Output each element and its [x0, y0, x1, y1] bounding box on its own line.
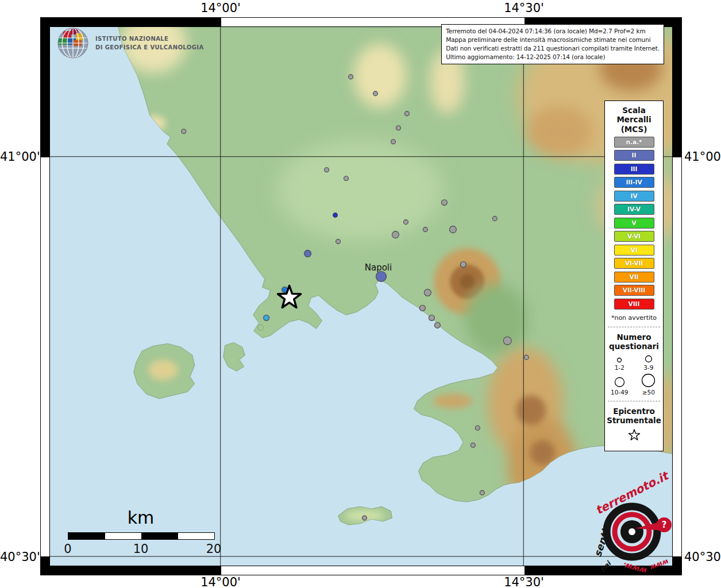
- scale-bar-segment: [142, 533, 179, 539]
- hsit-question-mark: ?: [662, 520, 667, 530]
- intensity-point: [424, 289, 431, 296]
- questionnaire-size: 1-2: [605, 354, 634, 371]
- earthquake-info-box: Terremoto del 04-04-2024 07:14:36 (ora l…: [441, 24, 664, 64]
- questionnaire-size-circle-icon: [614, 376, 626, 388]
- legend-swatch: V: [614, 218, 654, 229]
- intensity-point: [362, 516, 367, 520]
- legend-swatch: IV-V: [614, 204, 654, 215]
- legend-swatch: VI-VII: [614, 258, 654, 269]
- legend-swatch: n.a.*: [614, 137, 654, 148]
- hsit-logo: ? terremoto.it sentito hai www. www: [591, 487, 678, 577]
- lat-label-left-north: 41°00': [0, 150, 38, 164]
- questionnaire-size: 10-49: [605, 373, 634, 396]
- frame-segment: [41, 566, 221, 575]
- map-scale-bar: km 01020: [62, 508, 223, 558]
- lon-label-bottom-east: 14°30': [504, 575, 544, 588]
- ingv-logo-block: ISTITUTO NAZIONALE DI GEOFISICA E VULCAN…: [56, 26, 204, 60]
- ingv-globe-icon: [56, 26, 90, 60]
- questionnaire-size-label: ≥50: [642, 389, 655, 396]
- lat-label-right-north: 41°00': [684, 150, 721, 164]
- intensity-point: [396, 126, 400, 130]
- intensity-point: [423, 227, 427, 232]
- intensity-point: [325, 168, 329, 172]
- intensity-point: [441, 200, 447, 206]
- intensity-point: [333, 213, 338, 218]
- intensity-point: [391, 140, 395, 144]
- intensity-point: [344, 176, 349, 181]
- legend-swatch: VI: [614, 245, 654, 256]
- lat-label-right-south: 40°30': [684, 550, 721, 564]
- legend-title-line1: Scala: [605, 106, 663, 115]
- intensity-point: [376, 272, 386, 282]
- scale-bar-segment: [68, 533, 105, 539]
- frame-segment: [673, 18, 681, 157]
- ingv-name-line1: ISTITUTO NAZIONALE: [95, 34, 204, 44]
- intensity-point: [264, 315, 269, 320]
- epicenter-title-line2: Strumentale: [605, 416, 663, 425]
- intensity-point: [403, 220, 408, 225]
- questionnaires-title-line1: Numero: [605, 332, 663, 342]
- macroseismic-map-page: 14°00' 14°30' 14°00' 14°30' 41°00' 40°30…: [0, 0, 721, 588]
- legend-swatch: VII-VIII: [614, 285, 654, 296]
- questionnaire-size-label: 3-9: [643, 364, 653, 371]
- questionnaire-size-circle-icon: [644, 354, 653, 363]
- questionnaire-size: ≥50: [634, 373, 664, 396]
- intensity-point: [349, 75, 353, 79]
- map-canvas: Napoli: [50, 27, 672, 566]
- legend-swatch: III-IV: [614, 177, 654, 188]
- legend-panel: Scala Mercalli (MCS) n.a.*IIIIIIII-IVIVI…: [604, 100, 664, 451]
- info-line-updated: Ultimo aggiornamento: 14-12-2025 07:14 (…: [446, 53, 660, 61]
- map-area: Napoli: [49, 26, 673, 566]
- lon-label-bottom-west: 14°00': [201, 575, 241, 588]
- mcs-scale-swatches: n.a.*IIIIIIII-IVIVIV-VVV-VIVIVI-VIIVIIVI…: [605, 137, 663, 310]
- scalebar-tick-label: 0: [64, 542, 71, 556]
- intensity-point: [404, 111, 409, 116]
- intensity-point: [304, 250, 311, 257]
- intensity-point: [503, 336, 511, 345]
- intensity-point: [373, 91, 377, 96]
- questionnaire-size-circle-icon: [641, 373, 656, 388]
- legend-swatch: II: [614, 150, 654, 161]
- ingv-name-line2: DI GEOFISICA E VULCANOLOGIA: [95, 43, 204, 52]
- legend-swatch: VII: [614, 272, 654, 283]
- questionnaire-size-circle-icon: [616, 357, 623, 363]
- legend-swatch: V-VI: [614, 231, 654, 242]
- info-line-event: Terremoto del 04-04-2024 07:14:36 (ora l…: [446, 27, 660, 36]
- scale-bar-segment: [105, 533, 142, 539]
- epicenter-title-line1: Epicentro: [605, 407, 663, 416]
- intensity-point: [449, 226, 456, 233]
- lon-label-top-west: 14°00': [201, 1, 241, 15]
- legend-footnote: *non avvertito: [605, 314, 663, 322]
- scale-bar-segment: [178, 533, 214, 539]
- epicenter-title: Epicentro Strumentale: [605, 407, 663, 425]
- lat-label-left-south: 40°30': [0, 550, 38, 564]
- frame-segment: [41, 556, 49, 575]
- info-line-map-type: Mappa preliminare delle intensità macros…: [446, 36, 660, 44]
- frame-segment: [41, 18, 221, 26]
- scale-bar-ticks: 01020: [68, 542, 214, 558]
- intensity-point: [471, 443, 475, 447]
- questionnaire-size-label: 10-49: [611, 389, 629, 396]
- intensity-point: [182, 129, 186, 134]
- questionnaires-title: Numero questionari: [605, 332, 663, 351]
- legend-title: Scala Mercalli (MCS): [605, 106, 663, 134]
- intensity-point: [460, 262, 466, 268]
- epicenter-star-legend-icon: [627, 428, 642, 443]
- intensity-point: [524, 355, 529, 359]
- frame-segment: [41, 18, 49, 157]
- city-label-napoli: Napoli: [365, 262, 392, 273]
- scalebar-tick-label: 10: [133, 542, 149, 556]
- questionnaire-size-label: 1-2: [615, 364, 624, 371]
- legend-swatch: III: [614, 164, 654, 175]
- ingv-name: ISTITUTO NAZIONALE DI GEOFISICA E VULCAN…: [95, 34, 204, 52]
- scale-unit-label: km: [68, 508, 214, 528]
- legend-divider: [608, 327, 660, 327]
- intensity-point: [336, 239, 341, 244]
- legend-title-line2: Mercalli: [605, 115, 663, 124]
- legend-title-line3: (MCS): [605, 125, 663, 134]
- intensity-point: [419, 305, 425, 311]
- intensity-point: [392, 231, 399, 238]
- legend-divider: [608, 401, 660, 401]
- lon-label-top-east: 14°30': [504, 1, 544, 15]
- legend-swatch: IV: [614, 191, 654, 202]
